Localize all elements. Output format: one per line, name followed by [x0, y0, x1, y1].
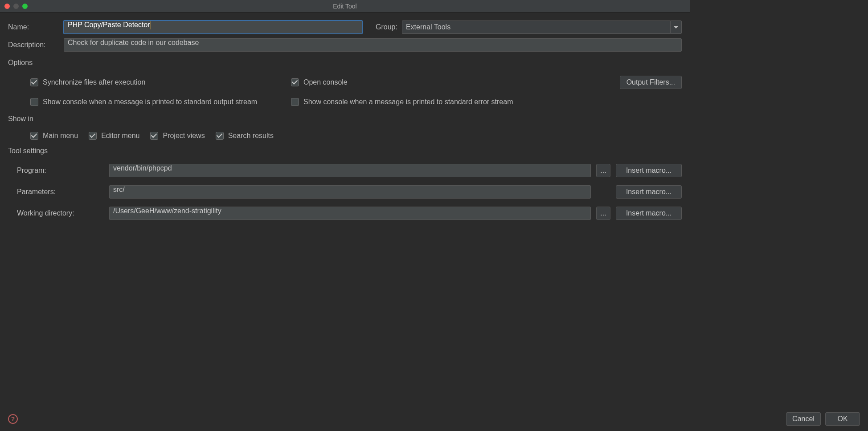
showin-section-header: Show in [8, 115, 682, 123]
tool-settings-section-header: Tool settings [8, 147, 682, 155]
dialog-content: Name: PHP Copy/Paste Detector Group: Ext… [0, 12, 690, 220]
search-results-label: Search results [228, 132, 274, 140]
project-views-label: Project views [163, 132, 205, 140]
program-browse-button[interactable]: ... [596, 164, 610, 177]
window-controls [4, 4, 28, 9]
program-insert-macro-button[interactable]: Insert macro... [616, 164, 682, 177]
main-menu-label: Main menu [43, 132, 78, 140]
group-select-value: External Tools [402, 20, 670, 34]
show-stderr-checkbox[interactable] [291, 98, 299, 106]
program-label: Program: [17, 167, 104, 175]
description-label: Description: [8, 41, 64, 49]
main-menu-checkbox[interactable] [30, 132, 38, 140]
editor-menu-checkbox[interactable] [89, 132, 97, 140]
group-select-button[interactable] [670, 20, 682, 34]
output-filters-button[interactable]: Output Filters... [620, 76, 682, 89]
titlebar: Edit Tool [0, 0, 690, 12]
search-results-checkbox[interactable] [216, 132, 224, 140]
open-console-checkbox[interactable] [291, 78, 299, 86]
text-caret-icon [151, 21, 151, 29]
maximize-window-icon[interactable] [22, 4, 28, 9]
program-input[interactable]: vendor/bin/phpcpd [109, 164, 591, 177]
project-views-checkbox[interactable] [150, 132, 158, 140]
close-window-icon[interactable] [4, 4, 10, 9]
show-stdout-checkbox[interactable] [30, 98, 38, 106]
working-directory-label: Working directory: [17, 209, 104, 217]
window-title: Edit Tool [0, 3, 690, 10]
sync-files-checkbox[interactable] [30, 78, 38, 86]
name-input-value: PHP Copy/Paste Detector [68, 21, 150, 28]
chevron-down-icon [674, 26, 678, 28]
open-console-label: Open console [303, 78, 348, 86]
working-directory-input[interactable]: /Users/GeeH/www/zend-stratigility [109, 207, 591, 220]
parameters-label: Parameters: [17, 188, 104, 196]
parameters-input[interactable]: src/ [109, 185, 591, 199]
parameters-insert-macro-button[interactable]: Insert macro... [616, 185, 682, 199]
options-section-header: Options [8, 59, 682, 67]
name-input[interactable]: PHP Copy/Paste Detector [64, 20, 362, 34]
editor-menu-label: Editor menu [101, 132, 139, 140]
working-directory-browse-button[interactable]: ... [596, 207, 610, 220]
name-label: Name: [8, 23, 64, 31]
show-stderr-label: Show console when a message is printed t… [303, 98, 513, 106]
group-label: Group: [376, 23, 397, 31]
description-input[interactable]: Check for duplicate code in our codebase [64, 38, 682, 52]
working-directory-insert-macro-button[interactable]: Insert macro... [616, 207, 682, 220]
minimize-window-icon[interactable] [13, 4, 19, 9]
group-select[interactable]: External Tools [402, 20, 682, 34]
sync-files-label: Synchronize files after execution [43, 78, 145, 86]
show-stdout-label: Show console when a message is printed t… [43, 98, 257, 106]
